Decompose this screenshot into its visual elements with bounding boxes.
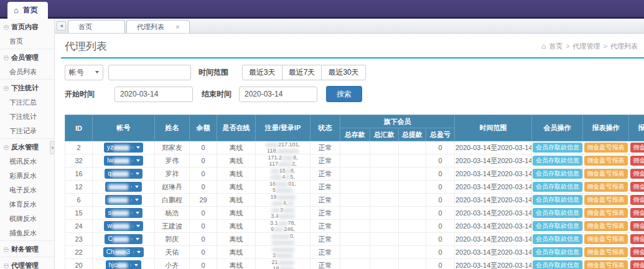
commission-flow-report-button[interactable]: 佣金流水报表 bbox=[630, 195, 644, 205]
ip-line-2: 1172, bbox=[256, 161, 309, 167]
sidebar-item[interactable]: 下注记录 bbox=[0, 124, 54, 138]
sidebar-collapse-handle[interactable]: ◄ bbox=[50, 141, 54, 154]
table-row: 16q罗祥0离线158,45,正常02020-03-14至2020-03-14会… bbox=[65, 168, 644, 181]
search-field-select[interactable]: 帐号 bbox=[65, 65, 103, 80]
cell-total-deposit bbox=[340, 207, 370, 220]
close-icon[interactable]: × bbox=[175, 24, 179, 31]
cell-report-op-2: 佣金流水报表 bbox=[629, 220, 644, 233]
member-deposit-info-button[interactable]: 会员存取款信息 bbox=[533, 247, 582, 257]
account-dropdown-button[interactable]: Ch3 bbox=[103, 247, 144, 257]
sidebar-section[interactable]: 反水管理 bbox=[0, 138, 54, 154]
sidebar-section[interactable]: 会员管理 bbox=[0, 49, 54, 65]
commission-flow-report-button[interactable]: 佣金流水报表 bbox=[630, 208, 644, 218]
sidebar-item[interactable]: 捕鱼反水 bbox=[0, 226, 54, 240]
blur-redaction bbox=[283, 208, 294, 213]
sidebar-section[interactable]: 财务管理 bbox=[0, 240, 54, 257]
commission-profit-report-button[interactable]: 佣金盈亏报表 bbox=[584, 247, 628, 257]
redacted-text-fragment: 171.2 bbox=[268, 154, 282, 161]
cell-report-op-1: 佣金盈亏报表 bbox=[583, 141, 629, 154]
search-button[interactable]: 搜索 bbox=[326, 86, 362, 102]
caret-down-icon bbox=[133, 159, 140, 162]
cell-name: 郑家友 bbox=[155, 141, 190, 154]
member-deposit-info-button[interactable]: 会员存取款信息 bbox=[533, 182, 582, 192]
cell-account: lw bbox=[93, 154, 155, 168]
sidebar-section[interactable]: 首页内容 bbox=[0, 19, 54, 34]
member-deposit-info-button[interactable]: 会员存取款信息 bbox=[533, 169, 582, 179]
account-dropdown-button[interactable]: C bbox=[105, 234, 142, 244]
collapse-icon bbox=[4, 55, 9, 60]
commission-flow-report-button[interactable]: 佣金流水报表 bbox=[630, 182, 644, 192]
sidebar-item[interactable]: 体育反水 bbox=[0, 197, 54, 212]
account-dropdown-button[interactable] bbox=[105, 182, 142, 192]
commission-flow-report-button[interactable]: 佣金流水报表 bbox=[630, 234, 644, 244]
keyword-input[interactable] bbox=[108, 65, 191, 80]
home-tab[interactable]: ⌂ 首页 bbox=[7, 2, 48, 19]
redacted-text-fragment: 8, bbox=[291, 168, 296, 174]
redacted-text-fragment: hjc bbox=[109, 262, 117, 268]
sidebar-item[interactable]: 彩票反水 bbox=[0, 169, 54, 183]
table-row: 32lw罗伟0离线171.28,1172,正常02020-03-14至2020-… bbox=[65, 154, 644, 168]
commission-profit-report-button[interactable]: 佣金盈亏报表 bbox=[584, 208, 628, 218]
cell-balance: 0 bbox=[190, 168, 217, 181]
caret-down-icon bbox=[133, 146, 140, 149]
sidebar-section[interactable]: 代理管理 bbox=[0, 257, 54, 269]
account-dropdown-button[interactable]: q bbox=[105, 169, 142, 179]
sidebar-section[interactable]: 下注统计 bbox=[0, 79, 54, 95]
tab-scroll-left-button[interactable]: ◄ bbox=[57, 21, 66, 31]
sidebar-item[interactable]: 下注汇总 bbox=[0, 95, 54, 110]
account-dropdown-button[interactable]: yz bbox=[104, 143, 143, 153]
commission-profit-report-button[interactable]: 佣金盈亏报表 bbox=[584, 234, 628, 244]
tab-active[interactable]: 代理列表× bbox=[126, 20, 190, 33]
breadcrumb-link[interactable]: 首页 bbox=[549, 42, 562, 51]
cell-balance: 0 bbox=[190, 259, 217, 269]
sidebar-item[interactable]: 视讯反水 bbox=[0, 154, 54, 169]
sidebar-item[interactable]: 棋牌反水 bbox=[0, 212, 54, 226]
commission-profit-report-button[interactable]: 佣金盈亏报表 bbox=[584, 169, 628, 179]
cell-ip: 2118 bbox=[256, 259, 310, 269]
cell-id: 16 bbox=[65, 168, 93, 181]
commission-profit-report-button[interactable]: 佣金盈亏报表 bbox=[584, 182, 628, 192]
member-deposit-info-button[interactable]: 会员存取款信息 bbox=[533, 234, 582, 244]
account-dropdown-button[interactable]: w bbox=[104, 221, 142, 231]
breadcrumb-link[interactable]: 代理管理 bbox=[573, 42, 600, 51]
account-dropdown-button[interactable] bbox=[105, 195, 142, 205]
start-date-input[interactable] bbox=[114, 87, 193, 102]
commission-flow-report-button[interactable]: 佣金流水报表 bbox=[630, 221, 644, 231]
cell-total-deposit bbox=[340, 233, 370, 246]
commission-flow-report-button[interactable]: 佣金流水报表 bbox=[630, 260, 644, 269]
redacted-text-fragment: 0, bbox=[290, 233, 295, 239]
cell-total-withdraw bbox=[399, 181, 426, 194]
commission-profit-report-button[interactable]: 佣金盈亏报表 bbox=[584, 143, 628, 153]
member-deposit-info-button[interactable]: 会员存取款信息 bbox=[533, 221, 582, 231]
member-deposit-info-button[interactable]: 会员存取款信息 bbox=[533, 156, 582, 166]
end-date-input[interactable] bbox=[239, 87, 317, 102]
sidebar-item[interactable]: 会员列表 bbox=[0, 65, 54, 79]
account-dropdown-button[interactable]: hjc bbox=[106, 260, 142, 269]
account-dropdown-button[interactable]: lw bbox=[104, 156, 142, 166]
commission-profit-report-button[interactable]: 佣金盈亏报表 bbox=[584, 260, 628, 269]
cell-id: 2 bbox=[65, 141, 93, 154]
commission-profit-report-button[interactable]: 佣金盈亏报表 bbox=[584, 156, 628, 166]
member-deposit-info-button[interactable]: 会员存取款信息 bbox=[533, 143, 582, 153]
account-label: s bbox=[108, 210, 129, 216]
sidebar-item[interactable]: 电子反水 bbox=[0, 183, 54, 197]
redacted-text-fragment: w bbox=[107, 222, 111, 229]
commission-profit-report-button[interactable]: 佣金盈亏报表 bbox=[584, 195, 628, 205]
sidebar-item[interactable]: 下注统计 bbox=[0, 110, 54, 124]
account-dropdown-button[interactable]: s bbox=[105, 208, 142, 218]
cell-account: hjc bbox=[93, 259, 155, 269]
account-label bbox=[108, 184, 128, 190]
member-deposit-info-button[interactable]: 会员存取款信息 bbox=[533, 260, 582, 269]
quick-range-button[interactable]: 最近30天 bbox=[321, 65, 365, 80]
member-deposit-info-button[interactable]: 会员存取款信息 bbox=[533, 208, 582, 218]
tab-inactive[interactable]: 首页 bbox=[68, 20, 125, 33]
commission-flow-report-button[interactable]: 佣金流水报表 bbox=[630, 156, 644, 166]
commission-flow-report-button[interactable]: 佣金流水报表 bbox=[630, 143, 644, 153]
quick-range-button[interactable]: 最近3天 bbox=[242, 65, 282, 80]
quick-range-button[interactable]: 最近7天 bbox=[282, 65, 322, 80]
commission-profit-report-button[interactable]: 佣金盈亏报表 bbox=[584, 221, 628, 231]
sidebar-item[interactable]: 首页 bbox=[0, 34, 54, 49]
commission-flow-report-button[interactable]: 佣金流水报表 bbox=[630, 247, 644, 257]
commission-flow-report-button[interactable]: 佣金流水报表 bbox=[630, 169, 644, 179]
member-deposit-info-button[interactable]: 会员存取款信息 bbox=[533, 195, 582, 205]
